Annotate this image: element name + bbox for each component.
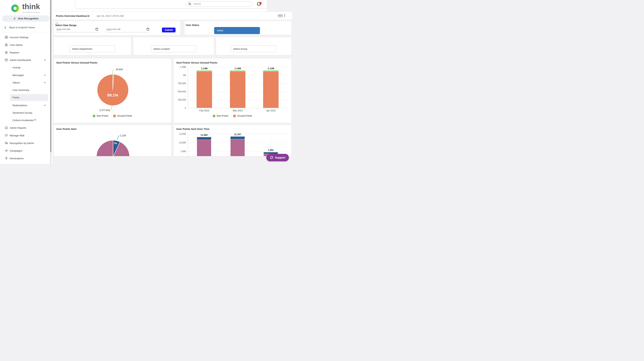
- sidebar-item-points[interactable]: Points: [10, 94, 48, 101]
- calendar-icon[interactable]: [147, 28, 149, 30]
- wall-comment-icon: [5, 134, 8, 137]
- dollar-icon: [5, 51, 8, 54]
- chevron-down-icon: [44, 105, 46, 106]
- chevron-up-icon: [44, 59, 46, 61]
- sidebar-item-culture-accelerator[interactable]: Culture Accelerator™: [0, 117, 51, 123]
- sidebar: think INTERNATIONAL Give Recognition Bac…: [0, 0, 53, 164]
- search-box[interactable]: [186, 1, 253, 7]
- gear-icon: [5, 35, 8, 39]
- report-timestamp: Apr 19, 2023 1:00:01 AM: [97, 12, 124, 20]
- back-to-kudos-home-link[interactable]: Back to Kudos® Home: [0, 26, 52, 30]
- location-select[interactable]: Select Location: [151, 45, 196, 52]
- sidebar-item-nominations[interactable]: Nominations: [0, 155, 51, 162]
- support-button[interactable]: Support: [266, 154, 289, 161]
- user-points-over-time-card: User Points Sent Over Time 12,50010,0007…: [174, 125, 291, 156]
- legend-item-sent-points[interactable]: Sent Points: [213, 115, 228, 117]
- pie-center-percentage: 99.1%: [102, 93, 124, 97]
- sidebar-item-manage-wall[interactable]: Manage Wall: [0, 132, 51, 139]
- divider: [2, 32, 51, 32]
- sidebar-item-recognition-by-admin[interactable]: Recognition by Admin: [0, 140, 51, 146]
- chart-legend: Sent Points Unused Points: [174, 115, 291, 117]
- sidebar-item-campaigns[interactable]: Campaigns: [0, 147, 51, 154]
- sidebar-item-sentiment-survey[interactable]: Sentiment Survey: [0, 109, 51, 116]
- date-range-card: Select Date Range Submit: [54, 21, 180, 35]
- dashboard-icon: [5, 58, 8, 62]
- user-icon: [5, 43, 8, 46]
- date-to-field[interactable]: [105, 26, 150, 32]
- sidebar-item-user-summary[interactable]: User Summary: [0, 87, 51, 93]
- user-status-card: User Status Active: [184, 21, 291, 35]
- unused-points-callout-value: 3,377,841: [100, 109, 110, 112]
- sidebar-item-admin-dashboards[interactable]: Admin Dashboards: [0, 57, 51, 63]
- sent-points-callout-value: 30,643: [116, 68, 123, 71]
- think-logo-icon: [11, 4, 19, 12]
- date-from-field[interactable]: [55, 26, 99, 32]
- sent-callout-value: 2,138: [120, 134, 126, 137]
- sidebar-item-admin-reports[interactable]: Admin Reports: [0, 124, 51, 131]
- page-title: Points Overview Dashboard: [56, 12, 89, 20]
- user-status-active-button[interactable]: Active: [214, 27, 260, 34]
- more-options-kebab-icon[interactable]: [284, 14, 285, 17]
- user-status-label: User Status: [186, 24, 199, 26]
- megaphone-icon: [5, 149, 8, 152]
- sidebar-item-account-settings[interactable]: Account Settings: [0, 34, 51, 41]
- bar-chart-icon: [5, 126, 8, 129]
- date-from-input[interactable]: [55, 27, 96, 31]
- slice-percentage-label: 7%: [112, 142, 118, 145]
- sent-vs-unused-pie-card: Sent Points Versus Unused Points 30,643 …: [54, 59, 171, 123]
- give-recognition-label: Give Recognition: [18, 17, 38, 20]
- chevron-down-icon: [44, 82, 46, 83]
- give-recognition-button[interactable]: Give Recognition: [2, 15, 50, 21]
- star-icon: [13, 17, 16, 20]
- chat-bubble-icon: [270, 156, 274, 159]
- pie-chart: [54, 125, 171, 156]
- user-points-sent-pie-card: User Points Sent 7% 2,138: [54, 125, 171, 156]
- chart-legend: Sent Points Unused Points: [54, 115, 171, 117]
- brand-tagline: INTERNATIONAL: [22, 11, 40, 13]
- department-select[interactable]: Select Department: [70, 45, 115, 52]
- search-input[interactable]: [193, 2, 252, 5]
- notification-unread-dot: [260, 2, 262, 4]
- legend-item-unused-points[interactable]: Unused Points: [113, 115, 132, 117]
- group-select[interactable]: Select Group: [231, 45, 276, 52]
- sidebar-item-redemptions[interactable]: Redemptions: [0, 102, 51, 109]
- chevron-left-icon: [4, 26, 6, 29]
- chevron-down-icon: [44, 74, 46, 76]
- export-pdf-button[interactable]: PDF: [278, 14, 283, 17]
- search-icon: [188, 2, 191, 5]
- legend-item-sent-points[interactable]: Sent Points: [93, 115, 108, 117]
- submit-button[interactable]: Submit: [162, 27, 176, 32]
- sent-vs-unused-bar-card: Sent Points Versus Unused Points 1.25M1M…: [174, 59, 291, 123]
- pie-chart: [54, 59, 171, 123]
- divider: [87, 13, 87, 18]
- bar-chart: 12,50010,0007,50011,58411,7677,292: [174, 125, 291, 156]
- brand-name: think: [22, 2, 40, 11]
- bar-chart: 1.25M1M750,000500,000250,00001.14MFeb 20…: [174, 59, 291, 123]
- sidebar-scrollbar-thumb[interactable]: [50, 0, 52, 152]
- date-to-input[interactable]: [105, 27, 147, 31]
- sidebar-item-messages[interactable]: Messages: [0, 72, 51, 78]
- trophy-icon: [5, 157, 8, 160]
- sidebar-item-values[interactable]: Values: [0, 79, 51, 86]
- sidebar-item-activity[interactable]: Activity: [0, 64, 51, 71]
- recognition-monitor-icon: [5, 141, 8, 145]
- page-header: Points Overview Dashboard Apr 19, 2023 1…: [53, 12, 292, 20]
- sidebar-item-redeem[interactable]: Redeem: [0, 49, 51, 56]
- calendar-icon[interactable]: [96, 28, 98, 30]
- sidebar-item-user-admin[interactable]: User Admin: [0, 41, 51, 48]
- legend-item-unused-points[interactable]: Unused Points: [233, 115, 252, 117]
